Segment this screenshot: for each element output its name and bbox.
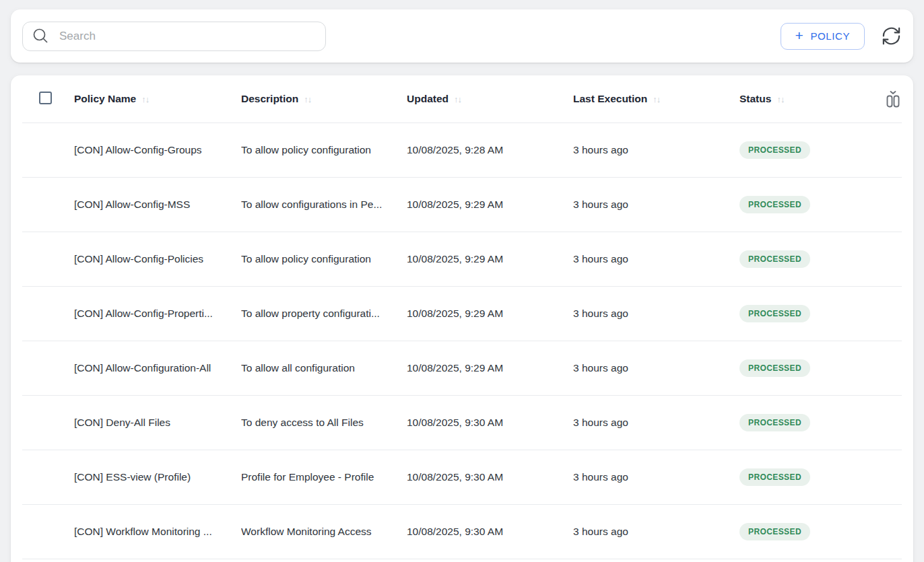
status-cell: PROCESSED <box>739 468 875 486</box>
column-header-description[interactable]: Description ↑↓ <box>241 93 407 105</box>
updated-cell: 10/08/2025, 9:30 AM <box>407 526 573 538</box>
table-row[interactable]: [CON] Allow-Config-Policies To allow pol… <box>22 232 902 287</box>
last-execution-cell: 3 hours ago <box>573 199 739 211</box>
policy-name-cell: [CON] Allow-Config-Properti... <box>74 308 241 320</box>
toolbar-actions: + POLICY <box>781 23 902 50</box>
updated-cell: 10/08/2025, 9:29 AM <box>407 199 573 211</box>
search-icon <box>32 27 50 45</box>
description-cell: To allow configurations in Pe... <box>241 199 407 211</box>
refresh-icon <box>881 26 902 46</box>
select-all-cell <box>22 92 74 107</box>
column-header-status[interactable]: Status ↑↓ <box>739 93 875 105</box>
status-cell: PROCESSED <box>739 414 875 431</box>
status-badge: PROCESSED <box>739 305 810 322</box>
column-header-policy-name[interactable]: Policy Name ↑↓ <box>74 93 241 105</box>
table-row[interactable]: [CON] Allow-Configuration-All To allow a… <box>22 341 902 396</box>
updated-cell: 10/08/2025, 9:28 AM <box>407 144 573 156</box>
plus-icon: + <box>795 28 804 42</box>
last-execution-cell: 3 hours ago <box>573 471 739 483</box>
last-execution-cell: 3 hours ago <box>573 308 739 320</box>
column-header-updated[interactable]: Updated ↑↓ <box>407 93 573 105</box>
description-cell: To allow property configurati... <box>241 308 407 320</box>
updated-cell: 10/08/2025, 9:29 AM <box>407 362 573 374</box>
updated-cell: 10/08/2025, 9:29 AM <box>407 253 573 265</box>
updated-cell: 10/08/2025, 9:30 AM <box>407 471 573 483</box>
status-cell: PROCESSED <box>739 305 875 322</box>
sort-icon[interactable]: ↑↓ <box>454 94 461 104</box>
table-row[interactable]: [CON] Workflow Monitoring ... Workflow M… <box>22 505 902 559</box>
sort-icon[interactable]: ↑↓ <box>141 94 149 104</box>
add-policy-button-label: POLICY <box>810 30 850 42</box>
last-execution-cell: 3 hours ago <box>573 417 739 429</box>
description-cell: To deny access to All Files <box>241 417 407 429</box>
policy-name-cell: [CON] Allow-Config-MSS <box>74 199 241 211</box>
toolbar: + POLICY <box>11 9 913 63</box>
last-execution-cell: 3 hours ago <box>573 144 739 156</box>
column-header-last-execution[interactable]: Last Execution ↑↓ <box>573 93 739 105</box>
column-label: Policy Name <box>74 93 136 105</box>
description-cell: To allow all configuration <box>241 362 407 374</box>
status-cell: PROCESSED <box>739 196 875 213</box>
table-row[interactable]: [CON] Allow-Config-Properti... To allow … <box>22 287 902 341</box>
status-badge: PROCESSED <box>739 523 810 540</box>
updated-cell: 10/08/2025, 9:30 AM <box>407 417 573 429</box>
last-execution-cell: 3 hours ago <box>573 526 739 538</box>
refresh-button[interactable] <box>881 26 902 46</box>
last-execution-cell: 3 hours ago <box>573 253 739 265</box>
table-row[interactable]: [CON] Allow-Config-Groups To allow polic… <box>22 123 902 178</box>
status-badge: PROCESSED <box>739 414 810 431</box>
policy-name-cell: [CON] Workflow Monitoring ... <box>74 526 241 538</box>
last-execution-cell: 3 hours ago <box>573 362 739 374</box>
description-cell: To allow policy configuration <box>241 144 407 156</box>
column-label: Status <box>739 93 771 105</box>
updated-cell: 10/08/2025, 9:29 AM <box>407 308 573 320</box>
table-row[interactable]: [CON] Deny-All Files To deny access to A… <box>22 396 902 450</box>
status-cell: PROCESSED <box>739 523 875 540</box>
column-label: Description <box>241 93 298 105</box>
status-badge: PROCESSED <box>739 250 810 268</box>
sort-icon[interactable]: ↑↓ <box>653 94 660 104</box>
status-badge: PROCESSED <box>739 468 810 486</box>
status-cell: PROCESSED <box>739 141 875 159</box>
search-box[interactable] <box>22 22 326 51</box>
policy-name-cell: [CON] ESS-view (Profile) <box>74 471 241 483</box>
status-cell: PROCESSED <box>739 250 875 268</box>
column-label: Last Execution <box>573 93 647 105</box>
description-cell: Workflow Monitoring Access <box>241 526 407 538</box>
add-policy-button[interactable]: + POLICY <box>781 23 865 50</box>
description-cell: Profile for Employee - Profile <box>241 471 407 483</box>
columns-icon <box>884 90 902 108</box>
policy-table: Policy Name ↑↓ Description ↑↓ Updated ↑↓… <box>11 75 913 562</box>
status-badge: PROCESSED <box>739 196 810 213</box>
policy-name-cell: [CON] Allow-Configuration-All <box>74 362 241 374</box>
select-all-checkbox[interactable] <box>39 92 52 104</box>
search-input[interactable] <box>59 30 317 43</box>
column-label: Updated <box>407 93 449 105</box>
sort-icon[interactable]: ↑↓ <box>777 94 784 104</box>
column-settings-button[interactable] <box>884 90 902 108</box>
policy-name-cell: [CON] Allow-Config-Policies <box>74 253 241 265</box>
status-badge: PROCESSED <box>739 141 810 159</box>
description-cell: To allow policy configuration <box>241 253 407 265</box>
sort-icon[interactable]: ↑↓ <box>304 94 311 104</box>
table-row[interactable]: [CON] ESS-view (Profile) Profile for Emp… <box>22 450 902 505</box>
table-row[interactable]: [CON] Allow-Config-MSS To allow configur… <box>22 178 902 232</box>
table-body: [CON] Allow-Config-Groups To allow polic… <box>22 123 902 559</box>
policy-name-cell: [CON] Deny-All Files <box>74 417 241 429</box>
status-badge: PROCESSED <box>739 359 810 377</box>
status-cell: PROCESSED <box>739 359 875 377</box>
policy-name-cell: [CON] Allow-Config-Groups <box>74 144 241 156</box>
table-header-row: Policy Name ↑↓ Description ↑↓ Updated ↑↓… <box>22 75 902 123</box>
